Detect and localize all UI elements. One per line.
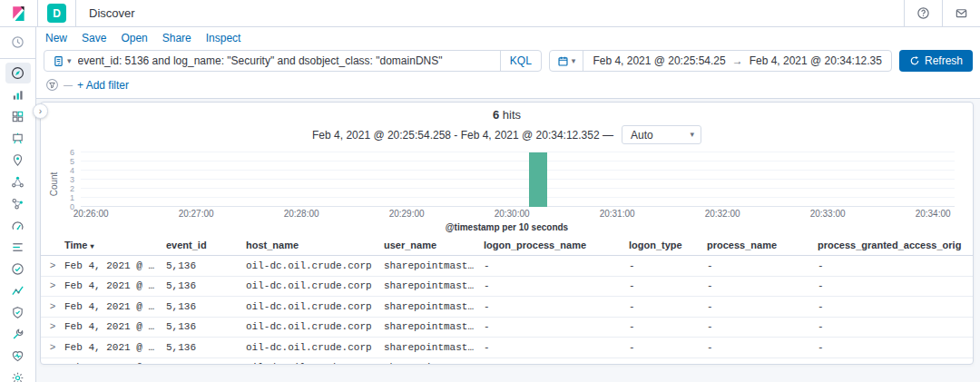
- filter-bar-dash: —: [64, 80, 73, 90]
- histogram-chart: Count 0123456 20:26:0020:27:0020:28:0020…: [48, 150, 960, 219]
- cell-time: Feb 4, 2021 @ 20:30:16.309: [64, 342, 166, 353]
- help-button[interactable]: [904, 0, 942, 26]
- cell-event-id: 5,136: [166, 280, 246, 291]
- quick-select-date-button[interactable]: ▾: [550, 51, 584, 71]
- sidebar-item-machine-learning[interactable]: [5, 171, 31, 192]
- header-expand-spacer: [41, 240, 64, 250]
- sidebar-item-management[interactable]: [5, 367, 31, 382]
- sidebar-item-metrics[interactable]: [5, 215, 31, 236]
- cell-host-name: oil-dc.oil.crude.corp: [246, 260, 384, 271]
- sidebar-item-apm[interactable]: [5, 280, 31, 301]
- gear-icon: [11, 371, 24, 382]
- cell-process-granted-access-orig: -: [818, 362, 973, 365]
- menu-link[interactable]: Inspect: [206, 32, 241, 44]
- newsfeed-button[interactable]: [942, 0, 980, 26]
- chevron-down-icon: ▾: [690, 131, 694, 139]
- y-tick-label: 1: [70, 194, 74, 202]
- cell-time: Feb 4, 2021 @ 20:30:16.310: [64, 301, 166, 312]
- cell-logon-process-name: -: [484, 321, 629, 332]
- graph-nodes-icon: [11, 197, 24, 211]
- refresh-button[interactable]: Refresh: [899, 50, 973, 72]
- filter-options-button[interactable]: [45, 78, 59, 92]
- sidebar-item-uptime[interactable]: [5, 259, 31, 279]
- start-date-button[interactable]: Feb 4, 2021 @ 20:25:54.25: [593, 54, 725, 67]
- sidebar-item-dashboard[interactable]: [5, 106, 31, 127]
- table-row: > Feb 4, 2021 @ 20:30:16.310 5,136 oil-d…: [41, 297, 973, 318]
- menu-link[interactable]: Save: [82, 32, 106, 44]
- table-row: > Feb 4, 2021 @ 20:30:16.309 5,136 oil-d…: [41, 338, 973, 358]
- menu-link[interactable]: New: [45, 32, 67, 44]
- column-header-process-name[interactable]: process_name: [707, 240, 818, 250]
- y-tick-label: 6: [70, 149, 74, 157]
- x-tick-label: 20:34:00: [916, 209, 951, 219]
- cell-event-id: 5,136: [166, 260, 246, 271]
- main-area: NewSaveOpenShareInspect ▾ event_id: 5136…: [36, 27, 980, 382]
- sidebar-item-canvas[interactable]: [5, 128, 31, 149]
- cell-logon-type: -: [629, 321, 707, 332]
- query-input-box[interactable]: ▾ event_id: 5136 and log_name: "Security…: [44, 50, 542, 72]
- column-header-time[interactable]: Time▾: [64, 240, 166, 250]
- kibana-logo[interactable]: [0, 0, 38, 26]
- expand-row-button[interactable]: >: [41, 321, 64, 332]
- expand-row-button[interactable]: >: [41, 301, 64, 312]
- sidebar-item-discover[interactable]: [5, 63, 31, 83]
- cell-process-granted-access-orig: -: [818, 342, 973, 353]
- sidebar-item-graph[interactable]: [5, 193, 31, 214]
- cell-event-id: 5,136: [166, 342, 246, 353]
- hits-header: 6 hits: [41, 108, 973, 122]
- table-header-row: Time▾ event_id host_name user_name logon…: [41, 237, 973, 256]
- expand-row-button[interactable]: >: [41, 280, 64, 291]
- x-tick-label: 20:31:00: [600, 209, 635, 219]
- column-header-event-id[interactable]: event_id: [166, 240, 246, 250]
- histogram-bar[interactable]: [529, 152, 546, 207]
- sidebar-item-visualize[interactable]: [5, 84, 31, 105]
- app-sidebar: [0, 27, 36, 382]
- x-tick-label: 20:32:00: [705, 209, 740, 219]
- cell-process-granted-access-orig: -: [818, 260, 973, 271]
- sidebar-item-stack-monitoring[interactable]: [5, 346, 31, 367]
- chevron-down-icon: ▾: [572, 57, 576, 65]
- machine-learning-icon: [11, 175, 24, 189]
- saved-query-menu-button[interactable]: ▾: [44, 51, 78, 71]
- expand-row-button[interactable]: >: [41, 260, 64, 271]
- cell-user-name: sharepointmaster: [384, 362, 484, 365]
- sidebar-item-logs[interactable]: [5, 237, 31, 258]
- expand-row-button[interactable]: >: [41, 342, 64, 353]
- page-title: Discover: [76, 6, 135, 20]
- discover-app-badge: D: [47, 4, 66, 23]
- column-header-host-name[interactable]: host_name: [246, 240, 384, 250]
- column-header-process-granted-access-orig[interactable]: process_granted_access_orig: [818, 240, 973, 250]
- add-filter-button[interactable]: + Add filter: [77, 79, 129, 92]
- query-input[interactable]: event_id: 5136 and log_name: "Security" …: [78, 54, 500, 67]
- cell-logon-type: -: [629, 260, 707, 271]
- sidebar-item-siem[interactable]: [5, 302, 31, 323]
- sidebar-item-dev-tools[interactable]: [5, 324, 31, 345]
- menu-link[interactable]: Share: [162, 32, 191, 44]
- column-header-user-name[interactable]: user_name: [384, 240, 484, 250]
- x-axis-ticks: 20:26:0020:27:0020:28:0020:29:0020:30:00…: [81, 209, 955, 219]
- shield-icon: [11, 306, 24, 319]
- column-header-logon-type[interactable]: logon_type: [629, 240, 707, 250]
- query-language-button[interactable]: KQL: [500, 51, 541, 71]
- gauge-icon: [11, 219, 24, 232]
- sidebar-item-maps[interactable]: [5, 150, 31, 171]
- collapse-fields-sidebar-toggle[interactable]: ›: [33, 103, 48, 119]
- end-date-button[interactable]: Feb 4, 2021 @ 20:34:12.35: [750, 54, 882, 67]
- gridline: [81, 179, 955, 180]
- expand-row-button[interactable]: >: [41, 362, 64, 365]
- x-tick-label: 20:33:00: [810, 209, 846, 219]
- gridline: [81, 170, 955, 171]
- cell-process-name: -: [707, 342, 818, 353]
- app-badge-cell: D: [38, 0, 76, 26]
- sidebar-item-recently-viewed[interactable]: [5, 32, 31, 53]
- canvas-easel-icon: [11, 132, 24, 145]
- menu-link[interactable]: Open: [121, 32, 147, 44]
- cell-process-name: -: [707, 362, 818, 365]
- table-row: > Feb 4, 2021 @ 20:30:16.310 5,136 oil-d…: [41, 256, 973, 277]
- results-table: Time▾ event_id host_name user_name logon…: [41, 237, 973, 365]
- y-tick-label: 5: [70, 158, 74, 166]
- column-header-logon-process-name[interactable]: logon_process_name: [484, 240, 629, 250]
- filter-bar: — + Add filter: [44, 78, 973, 92]
- cell-logon-type: -: [629, 301, 707, 312]
- interval-select[interactable]: Auto ▾: [622, 125, 701, 144]
